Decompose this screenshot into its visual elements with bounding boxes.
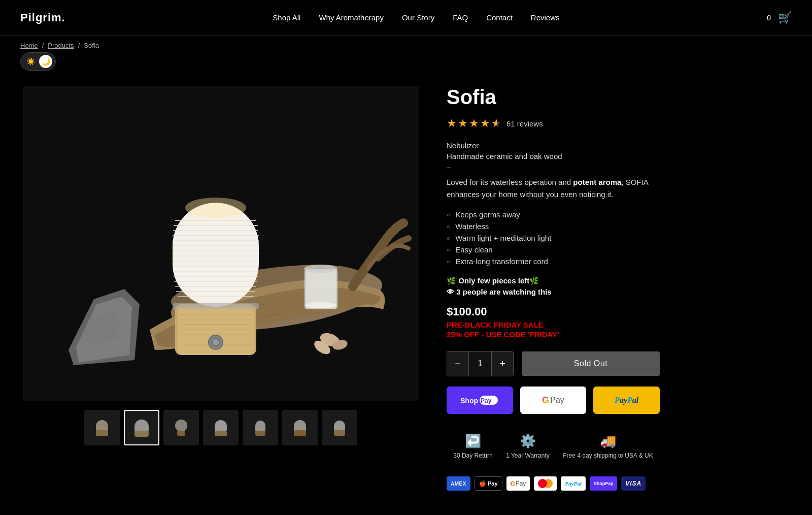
nav-contact[interactable]: Contact — [486, 13, 513, 22]
qty-increase-button[interactable]: + — [492, 351, 513, 376]
shipping-label: Free 4 day shipping to USA & UK — [563, 452, 653, 459]
nav-shop-all[interactable]: Shop All — [273, 13, 300, 22]
thumb-7[interactable] — [322, 410, 357, 445]
svg-text:Pay: Pay — [481, 397, 492, 404]
svg-rect-51 — [215, 431, 227, 436]
star-1: ★ — [447, 117, 457, 130]
svg-point-9 — [306, 302, 336, 308]
product-info: Sofia ★ ★ ★ ★ ★ ★ 61 reviews Nebulizer H… — [436, 81, 680, 501]
google-pay-icon: GPay — [506, 476, 530, 491]
nav-faq[interactable]: FAQ — [453, 13, 468, 22]
sun-icon: ☀️ — [24, 55, 37, 68]
svg-rect-49 — [177, 431, 185, 436]
breadcrumb: Home / Products / Sofia — [0, 36, 812, 52]
warranty-icon: ⚙️ — [520, 433, 536, 449]
theme-toggle-wrap: ☀️ 🌙 — [0, 52, 812, 76]
feature-5: Extra-long transformer cord — [447, 255, 660, 267]
sold-out-button[interactable]: Sold Out — [522, 351, 660, 376]
product-material: Handmade ceramic and oak wood — [447, 152, 660, 160]
mastercard-icon — [534, 476, 557, 491]
warranty-badge: ⚙️ 1 Year Warranty — [506, 433, 550, 459]
feature-4: Easy clean — [447, 244, 660, 255]
stock-badge: 🌿 Only few pieces left🌿 — [447, 276, 660, 285]
return-icon: ↩️ — [465, 433, 481, 449]
feature-1: Keeps germs away — [447, 209, 660, 220]
svg-rect-43 — [173, 303, 259, 309]
product-price: $100.00 — [447, 305, 660, 318]
sale-label: PRE-BLACK FRIDAY SALE — [447, 320, 660, 329]
svg-rect-53 — [255, 431, 265, 436]
product-title: Sofia — [447, 86, 660, 109]
product-description: Loved for its waterless operation and po… — [447, 176, 660, 201]
cart-count: 0 — [767, 14, 771, 22]
star-4: ★ — [480, 117, 490, 130]
qty-value: 1 — [468, 351, 492, 376]
rating-row: ★ ★ ★ ★ ★ ★ 61 reviews — [447, 117, 660, 130]
svg-rect-7 — [306, 270, 336, 308]
breadcrumb-products[interactable]: Products — [48, 42, 74, 49]
moon-icon: 🌙 — [39, 55, 52, 68]
return-badge: ↩️ 30 Day Return — [453, 433, 492, 459]
nav-reviews[interactable]: Reviews — [531, 13, 560, 22]
watchers-badge: 👁 3 people are watching this — [447, 287, 660, 296]
thumb-3[interactable] — [163, 410, 199, 445]
nav-right: 0 🛒 — [767, 11, 792, 24]
warranty-label: 1 Year Warranty — [506, 452, 550, 459]
svg-rect-45 — [96, 430, 108, 436]
svg-rect-47 — [134, 431, 149, 437]
thumb-5[interactable] — [243, 410, 278, 445]
breadcrumb-current: Sofia — [84, 42, 99, 49]
sale-code: 25% OFF - USE CODE 'FRIDAY' — [447, 330, 660, 339]
thumbnails — [84, 410, 357, 445]
navbar: Pilgrim. Shop All Why Aromatherapy Our S… — [0, 0, 812, 36]
breadcrumb-home[interactable]: Home — [20, 42, 38, 49]
theme-toggle[interactable]: ☀️ 🌙 — [20, 52, 56, 71]
svg-point-8 — [304, 265, 337, 273]
svg-point-42 — [185, 198, 246, 218]
visa-icon: VISA — [621, 476, 646, 491]
paypal-icon: PayPal — [561, 476, 585, 491]
cart-icon[interactable]: 🛒 — [778, 11, 792, 24]
return-label: 30 Day Return — [453, 452, 492, 459]
brand-logo[interactable]: Pilgrim. — [20, 11, 65, 24]
quantity-control: − 1 + — [447, 351, 514, 376]
reviews-count[interactable]: 61 reviews — [506, 119, 543, 128]
feature-3: Warm light + meditation light — [447, 232, 660, 244]
features-list: Keeps germs away Waterless Warm light + … — [447, 209, 660, 267]
shoppay-button[interactable]: Shop Pay — [447, 387, 513, 414]
svg-point-48 — [175, 420, 187, 432]
product-type: Nebulizer — [447, 141, 660, 150]
cart-row: − 1 + Sold Out — [447, 351, 660, 376]
star-half: ★ ★ — [491, 117, 502, 130]
thumb-6[interactable] — [282, 410, 318, 445]
g-letter: G — [542, 395, 549, 406]
main-content: Sofia ★ ★ ★ ★ ★ ★ 61 reviews Nebulizer H… — [0, 76, 812, 515]
payment-buttons-row: Shop Pay G Pay PayPal — [447, 387, 660, 414]
apple-pay-icon: 🍎 Pay — [475, 476, 502, 491]
nav-why-aromatherapy[interactable]: Why Aromatherapy — [319, 13, 384, 22]
paypal-button[interactable]: PayPal — [593, 387, 660, 414]
star-2: ★ — [458, 117, 468, 130]
nav-our-story[interactable]: Our Story — [402, 13, 434, 22]
gpay-button[interactable]: G Pay — [520, 387, 587, 414]
svg-rect-57 — [334, 430, 345, 436]
qty-decrease-button[interactable]: − — [447, 351, 468, 376]
thumb-2[interactable] — [124, 410, 159, 445]
product-dash: – — [447, 163, 660, 171]
thumb-1[interactable] — [84, 410, 120, 445]
svg-text:Shop: Shop — [460, 397, 478, 405]
shipping-badges: ↩️ 30 Day Return ⚙️ 1 Year Warranty 🚚 Fr… — [447, 428, 660, 464]
svg-rect-55 — [294, 430, 306, 436]
feature-2: Waterless — [447, 220, 660, 232]
amex-icon: AMEX — [447, 476, 470, 491]
star-3: ★ — [469, 117, 479, 130]
thumb-4[interactable] — [203, 410, 239, 445]
stars: ★ ★ ★ ★ ★ ★ — [447, 117, 502, 130]
shipping-icon: 🚚 — [600, 433, 616, 449]
product-image-svg — [23, 86, 419, 401]
svg-point-24 — [213, 339, 219, 345]
product-gallery — [0, 81, 436, 501]
shipping-badge: 🚚 Free 4 day shipping to USA & UK — [563, 433, 653, 459]
paypal-icon: PayPal — [615, 396, 638, 405]
shop-pay-icon: ShopPay — [590, 476, 618, 491]
